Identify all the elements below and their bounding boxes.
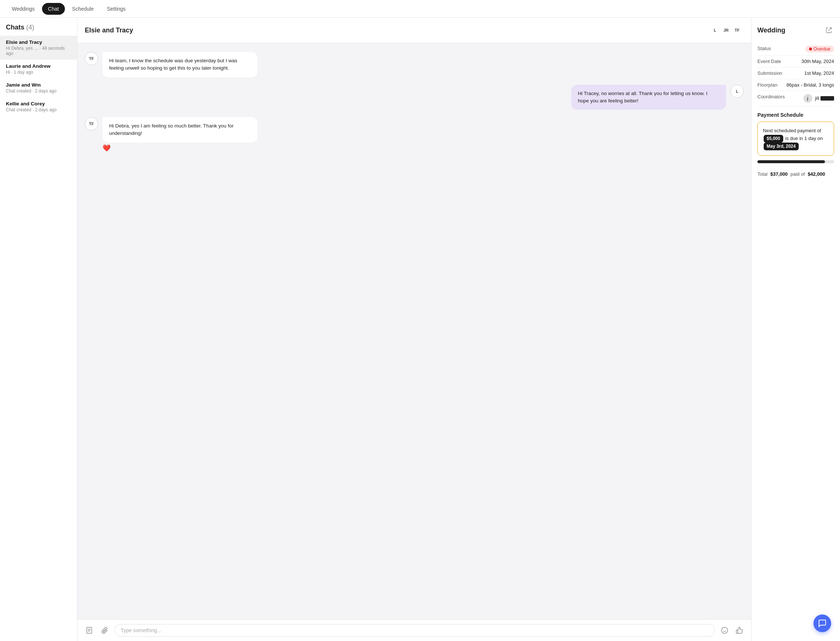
event-date-value: 30th May, 2024 (801, 59, 834, 64)
submission-label: Submission (758, 70, 782, 76)
chat-item-elsie-tracy[interactable]: Elsie and Tracy Hi Debra, yes … · 48 sec… (0, 36, 77, 60)
message-input[interactable] (121, 627, 709, 633)
status-label: Status (758, 46, 771, 51)
thumbsup-icon-btn[interactable] (733, 625, 745, 636)
panel-title: Wedding (758, 27, 785, 34)
progress-bar-wrap (758, 160, 834, 163)
total-of: paid of (791, 171, 805, 177)
info-row-status: Status Overdue (758, 43, 834, 56)
emoji-icon-btn[interactable] (719, 625, 730, 636)
sidebar-header: Chats (4) (0, 24, 77, 36)
info-row-submission: Submission 1st May, 2024 (758, 68, 834, 79)
input-actions (719, 625, 745, 636)
total-row: Total $37,000 paid of $42,000 (758, 167, 834, 180)
paperclip-icon-btn[interactable] (99, 625, 111, 636)
msg-bubble-2: Hi Tracey, no worries at all. Thank you … (571, 85, 726, 110)
total-amount: $42,000 (808, 171, 825, 177)
top-nav: Weddings Chat Schedule Settings (0, 0, 840, 18)
payment-title: Payment Schedule (758, 112, 834, 118)
msg-bubble-1: Hi team, I know the schedule was due yes… (102, 52, 257, 77)
chat-item-preview: Chat created · 2 days ago (6, 107, 71, 112)
floorplan-value: 86pax - Bridal, 3 longs (787, 82, 834, 88)
coordinator-name: jill (815, 95, 819, 101)
message-row-3: TF Hi Debra, yes I am feeling so much be… (85, 117, 744, 152)
message-row-2: L Hi Tracey, no worries at all. Thank yo… (85, 85, 744, 110)
coordinators-label: Coordinators (758, 94, 785, 100)
right-panel: Wedding Status Overdue Event Date 30th M… (751, 18, 840, 641)
tab-settings[interactable]: Settings (101, 3, 132, 15)
msg-bubble-3: Hi Debra, yes I am feeling so much bette… (102, 117, 257, 143)
export-icon-btn[interactable] (824, 25, 834, 35)
tab-chat[interactable]: Chat (42, 3, 65, 15)
chat-area: Elsie and Tracy L JR TF TF Hi team, I kn… (78, 18, 751, 641)
info-row-floorplan: Floorplan 86pax - Bridal, 3 longs (758, 79, 834, 91)
chat-header: Elsie and Tracy L JR TF (78, 18, 751, 43)
chat-item-name: Kellie and Corey (6, 101, 71, 106)
status-value: Overdue (813, 47, 830, 52)
info-row-coordinators: Coordinators j jill (758, 91, 834, 106)
chat-item-kellie-corey[interactable]: Kellie and Corey Chat created · 2 days a… (0, 97, 77, 116)
avatar-group: L JR TF (708, 24, 744, 37)
chat-widget-button[interactable] (813, 614, 831, 632)
payment-card: Next scheduled payment of $5,000 is due … (758, 122, 834, 156)
tab-schedule[interactable]: Schedule (66, 3, 100, 15)
status-badge: Overdue (805, 46, 834, 52)
info-row-event-date: Event Date 30th May, 2024 (758, 56, 834, 68)
msg-emoji-3: ❤️ (102, 144, 257, 152)
sidebar-chats-label: Chats (6, 24, 24, 31)
floorplan-label: Floorplan (758, 82, 777, 88)
chat-item-name: Elsie and Tracy (6, 39, 71, 45)
msg-avatar-tf-1: TF (85, 52, 98, 65)
progress-bar-fill (758, 160, 825, 163)
chat-list: Elsie and Tracy Hi Debra, yes … · 48 sec… (0, 36, 77, 116)
svg-point-4 (722, 627, 728, 634)
chat-item-preview: Hi Debra, yes … · 48 seconds ago (6, 46, 71, 56)
chat-item-name: Laurie and Andrew (6, 63, 71, 69)
payment-section: Payment Schedule Next scheduled payment … (758, 112, 834, 156)
text-input-wrapper[interactable] (114, 624, 715, 636)
tab-weddings[interactable]: Weddings (6, 3, 40, 15)
msg-avatar-tf-3: TF (85, 117, 98, 130)
chat-item-jamie-wm[interactable]: Jamie and Wm Chat created · 2 days ago (0, 79, 77, 97)
total-label: Total (758, 171, 767, 177)
panel-header: Wedding (758, 25, 834, 35)
coordinators-value: j jill (803, 94, 835, 103)
avatar-tf: TF (730, 24, 744, 37)
svg-line-7 (829, 27, 832, 31)
payment-date: May 3rd, 2024 (764, 143, 799, 150)
total-paid: $37,000 (770, 171, 788, 177)
chat-item-laurie-andrew[interactable]: Laurie and Andrew Hi · 1 day ago (0, 60, 77, 79)
messages-container: TF Hi team, I know the schedule was due … (78, 43, 751, 619)
event-date-label: Event Date (758, 59, 781, 64)
coordinator-avatar: j (803, 94, 813, 103)
payment-prefix: Next scheduled payment of (763, 128, 821, 134)
submission-value: 1st May, 2024 (804, 70, 834, 76)
chat-item-preview: Hi · 1 day ago (6, 69, 71, 75)
chat-title: Elsie and Tracy (85, 27, 133, 34)
coordinator-redacted (821, 96, 834, 101)
input-icons (83, 625, 111, 636)
file-icon-btn[interactable] (83, 625, 95, 636)
payment-amount: $5,000 (764, 135, 783, 143)
payment-middle: is due in 1 day on (785, 135, 823, 141)
chat-item-name: Jamie and Wm (6, 82, 71, 88)
sidebar-chat-count: (4) (26, 24, 34, 31)
main-layout: Chats (4) Elsie and Tracy Hi Debra, yes … (0, 18, 840, 641)
sidebar: Chats (4) Elsie and Tracy Hi Debra, yes … (0, 18, 78, 641)
chat-item-preview: Chat created · 2 days ago (6, 89, 71, 93)
status-dot (809, 48, 812, 50)
input-area (78, 619, 751, 641)
message-row-1: TF Hi team, I know the schedule was due … (85, 52, 744, 77)
msg-avatar-l-2: L (730, 85, 744, 98)
